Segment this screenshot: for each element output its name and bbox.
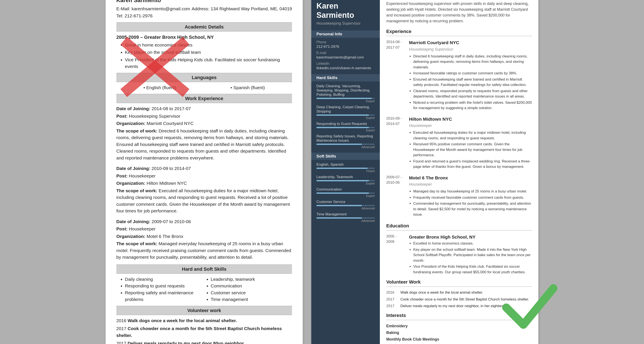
interest-3: Monthly Book Club Meetings [386, 336, 532, 342]
exp-3-bullet-1: Managed day to day housekeeping of 25 ro… [413, 189, 532, 194]
hard-skill-2-name: Deep Cleaning, Carpet Cleaning, Strippin… [316, 105, 375, 114]
left-contact: E-Mail: karenhsarmiento@gmail.com Addres… [116, 5, 292, 12]
right-title: Housekeeping Supervisor [316, 21, 375, 26]
left-name: Karen Sarmiento [116, 0, 292, 5]
exp-2-company: Hilton Midtown NYC [409, 116, 532, 123]
right-vol-1-text: Walk dogs once a week for the local anim… [400, 290, 483, 295]
hard-skill-4-name: Reporting Safety Issues, Reporting Maint… [316, 134, 375, 143]
work1-org: Organization: Marriott Courtyard NYC [116, 120, 292, 127]
volunteer-section-title: Volunteer work [116, 306, 292, 315]
hard-skill-2-level: Expert [316, 116, 375, 120]
exp-entry-1: 2014-08 - 2017-07 Marriott Courtyard NYC… [386, 39, 532, 111]
skill-6: Customer service [211, 289, 292, 296]
edu-1-content: Greater Bronx High School, NY Excelled i… [409, 234, 532, 276]
work2-post: Post: Housekeeper [116, 173, 292, 179]
hard-skills-title: Hard Skills [311, 74, 380, 82]
academic-section-title: Academic Details [116, 22, 292, 32]
work1-scope: The scope of work: Directed 6 housekeepi… [116, 128, 292, 161]
soft-skill-3-bar-fill [316, 192, 369, 194]
interest-1: Embroidery [386, 323, 532, 329]
soft-skill-4-name: Customer Service [316, 200, 375, 204]
exp-2-bullet-2: Received 95% positive customer comment c… [413, 141, 532, 158]
soft-skill-5-name: Time Management [316, 212, 375, 216]
soft-skill-2-level: Expert [316, 182, 375, 185]
hard-skill-2-bar-bg [316, 114, 375, 116]
exp-2-content: Hilton Midtown NYC Housekeeper Executed … [409, 116, 532, 170]
work2-scope: The scope of work: Executed all housekee… [116, 187, 292, 214]
soft-skill-2-bar-bg [316, 180, 375, 181]
soft-skill-4-level: Advanced [316, 207, 375, 210]
right-summary: Experienced housekeeping supervisor with… [386, 1, 532, 24]
hard-skill-4-level: Advanced [316, 145, 375, 149]
phone-value: 212-671-2976 [316, 45, 375, 49]
skill-7: Time management [211, 296, 292, 303]
work3-org: Organization: Motel 6 The Bronx [116, 233, 292, 240]
work3-post: Post: Housekeeper [116, 225, 292, 232]
vol-entry-2: 2017 Cook chowder once a month for the 5… [116, 325, 292, 339]
right-vol-2-text: Cook chowder once a month for the 5th St… [400, 297, 529, 302]
soft-skill-3-name: Communication [316, 187, 375, 192]
exp-3-bullet-2: Frequently received favorable customer c… [413, 195, 532, 200]
soft-skill-3-bar-bg [316, 192, 375, 194]
skill-4: Leadership, teamwork [211, 276, 292, 283]
work2-org: Organization: Hilton Midtown NYC [116, 180, 292, 187]
edu-1-school: Greater Bronx High School, NY [409, 234, 532, 240]
exp-2-bullets: Executed all housekeeping duties for a m… [409, 130, 532, 170]
skill-2: Responding to guest requests [125, 282, 206, 289]
exp-2-role: Housekeeper [409, 123, 532, 129]
skill-1: Daily cleaning [125, 276, 206, 283]
work-entry-2: Date of Joining: 2010-09 to 2014-07 Post… [116, 165, 292, 214]
right-vol-3-year: 2017 [386, 303, 397, 309]
exp-1-company: Marriott Courtyard NYC [409, 39, 532, 46]
exp-1-bullets: Directed 6 housekeeping staff in daily d… [409, 54, 532, 111]
soft-skill-1-name: English, Spanish [316, 162, 375, 167]
soft-skill-3-level: Expert [316, 194, 375, 198]
right-sidebar: Karen Sarmiento Housekeeping Supervisor … [311, 0, 380, 344]
exp-1-bullet-1: Directed 6 housekeeping staff in daily d… [413, 54, 532, 70]
volunteer-title: Volunteer Work [386, 278, 532, 287]
vol-entry-1: 2016 Walk dogs once a week for the local… [116, 317, 292, 324]
exp-entry-3: 2009-07 - 2010-06 Motel 6 The Bronx Hous… [386, 174, 532, 218]
work-entry-3: Date of Joining: 2009-07 to 2010-06 Post… [116, 218, 292, 261]
work1-date: Date of Joining: 2014-08 to 2017-07 [116, 105, 292, 112]
exp-1-bullet-2: Increased favorable ratings in customer … [413, 71, 532, 76]
soft-skill-5-bar-fill [316, 217, 362, 219]
soft-skill-5-level: Advanced [316, 219, 375, 222]
soft-skill-1-bar-bg [316, 168, 375, 169]
personal-info-title: Personal Info [311, 31, 380, 38]
linkedin-label: LinkedIn [316, 62, 375, 66]
edu-period: 2005-2009 – Greater Bronx High School, N… [116, 34, 292, 41]
soft-skill-1-level: Fluent [316, 169, 375, 173]
exp-2-bullet-3: Found and returned a guest's misplaced w… [413, 159, 532, 170]
email-value: karenhsarmiento@gmail.com [316, 55, 375, 60]
left-resume: Karen Sarmiento E-Mail: karenhsarmiento@… [106, 0, 303, 344]
exp-3-role: Housekeeper [409, 182, 532, 187]
interests-list: Embroidery Baking Monthly Book Club Meet… [386, 323, 532, 342]
soft-skills-title: Soft Skills [311, 153, 380, 160]
soft-skill-4-bar-fill [316, 205, 362, 206]
edu-1-bullet-1: Excelled in home economics classes. [413, 241, 532, 246]
languages-row: • English (fluent) • Spanish (fluent) [116, 84, 292, 91]
right-vol-1: 2016 Walk dogs once a week for the local… [386, 290, 532, 295]
hard-skill-3-level: Expert [316, 129, 375, 132]
interests-title: Interests [386, 312, 532, 320]
right-name: Karen Sarmiento [316, 1, 375, 20]
lang-spanish: • Spanish (fluent) [230, 84, 265, 91]
edu-1-bullet-2: Key player on the school softball team. … [413, 247, 532, 263]
edu-entry-1: 2005 - 2009 Greater Bronx High School, N… [386, 234, 532, 276]
skills-list: Daily cleaning Responding to guest reque… [116, 276, 292, 303]
exp-1-bullet-5: Noticed a recurring problem with the hot… [413, 100, 532, 111]
work3-date: Date of Joining: 2009-07 to 2010-06 [116, 218, 292, 225]
education-title: Education [386, 222, 532, 231]
hard-skill-1-bar-fill [316, 98, 372, 99]
exp-1-content: Marriott Courtyard NYC Housekeeping Supe… [409, 39, 532, 111]
left-email: E-Mail: karenhsarmiento@gmail.com [116, 5, 190, 12]
email-label: E-mail [316, 51, 375, 55]
exp-1-date: 2014-08 - 2017-07 [386, 39, 406, 111]
linkedin-value: linkedin.com/in/karen-h-sarmiento [316, 66, 375, 70]
hard-skill-4-bar-bg [316, 144, 375, 145]
right-vol-3: 2017 Deliver meals regularly to my next … [386, 303, 532, 309]
exp-3-company: Motel 6 The Bronx [409, 174, 532, 181]
interest-2: Baking [386, 330, 532, 336]
exp-2-date: 2010-09 - 2014-07 [386, 116, 406, 170]
